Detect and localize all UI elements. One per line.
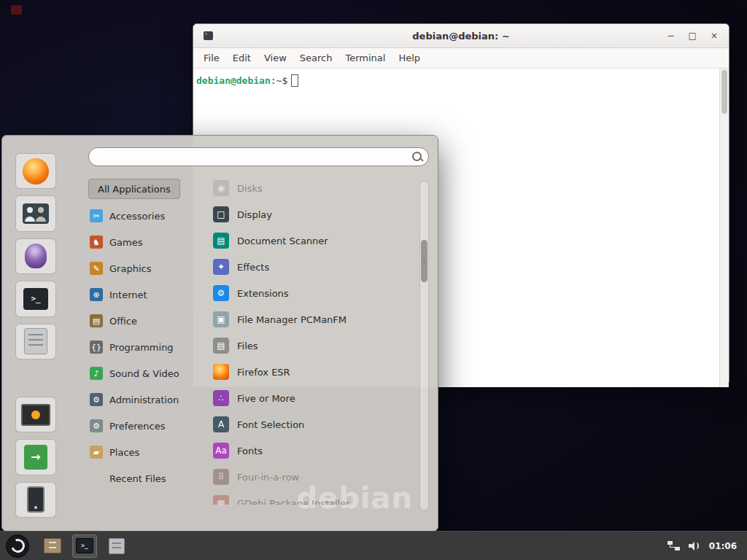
category-list: All Applications ✂ Accessories ♞ Games ✎… — [88, 175, 209, 531]
category-item[interactable]: ♪ Sound & Video — [88, 360, 209, 386]
application-label: Display — [237, 209, 272, 220]
category-item[interactable]: ⚙ Preferences — [88, 413, 209, 439]
category-label: Sound & Video — [109, 368, 179, 379]
application-menu: debian — [1, 135, 438, 532]
application-item[interactable]: Firefox ESR — [213, 359, 410, 385]
category-label: Recent Files — [109, 473, 166, 484]
favorite-terminal[interactable] — [15, 281, 56, 316]
category-label: All Applications — [98, 184, 171, 195]
application-label: Files — [237, 341, 258, 351]
application-item[interactable]: ◉ Disks — [213, 175, 410, 201]
terminal-icon — [23, 288, 48, 310]
window-title: debian@debian: ~ — [193, 31, 729, 42]
favorite-users[interactable] — [15, 195, 56, 231]
application-icon: ∴ — [213, 390, 229, 406]
application-label: Four-in-a-row — [237, 472, 299, 483]
category-item[interactable]: {} Programming — [88, 334, 209, 360]
menu-search-input[interactable] — [88, 147, 429, 166]
firefox-icon — [23, 158, 49, 184]
favorite-logout[interactable] — [15, 439, 56, 475]
application-label: Effects — [237, 262, 269, 273]
launcher-files[interactable] — [104, 534, 129, 558]
files-icon — [109, 538, 125, 554]
terminal-scrollbar-thumb[interactable] — [721, 70, 727, 114]
category-label: Graphics — [109, 263, 151, 274]
favorite-firefox[interactable] — [15, 153, 56, 189]
category-icon: ♞ — [90, 236, 103, 249]
application-label: Disks — [237, 183, 263, 194]
menubar-item[interactable]: View — [258, 50, 293, 66]
prompt-user-host: debian@debian — [196, 75, 271, 86]
menu-button[interactable] — [6, 534, 29, 558]
application-item[interactable]: ▤ Files — [213, 332, 410, 359]
volume-icon[interactable] — [689, 541, 700, 551]
category-item[interactable]: ▤ Office — [88, 308, 209, 334]
application-item[interactable]: ✦ Effects — [213, 254, 410, 280]
menubar-item[interactable]: Edit — [227, 50, 257, 66]
applications-list: ◉ Disks □ Display ▤ Document Scanner ✦ E… — [213, 175, 410, 505]
category-item[interactable]: Recent Files — [88, 465, 209, 491]
volume-wave-icon — [694, 542, 699, 549]
category-icon: ⚙ — [90, 393, 103, 406]
category-item[interactable]: ✂ Accessories — [88, 203, 209, 229]
network-icon[interactable] — [667, 541, 680, 551]
launcher-terminal[interactable] — [72, 534, 97, 558]
taskbar-clock[interactable]: 01:06 — [709, 541, 737, 551]
terminal-menubar: FileEditViewSearchTerminalHelp — [193, 48, 729, 69]
category-item[interactable]: ▰ Places — [88, 439, 209, 465]
category-icon: ⚙ — [90, 419, 103, 432]
menu-main-area: All Applications ✂ Accessories ♞ Games ✎… — [69, 136, 438, 531]
category-item[interactable]: ⊕ Internet — [88, 281, 209, 308]
category-item[interactable]: ⚙ Administration — [88, 386, 209, 413]
prompt-path: :~$ — [271, 75, 287, 86]
category-label: Programming — [109, 342, 174, 353]
application-label: Firefox ESR — [237, 367, 290, 378]
category-icon: ▤ — [90, 314, 103, 327]
application-item[interactable]: ⠿ Four-in-a-row — [213, 464, 410, 490]
favorites-column — [2, 136, 69, 531]
minimize-button[interactable]: − — [667, 31, 675, 40]
favorite-file-manager[interactable] — [15, 324, 56, 359]
terminal-scrollbar[interactable] — [719, 69, 729, 387]
system-tray: 01:06 — [667, 541, 743, 551]
terminal-window-icon — [204, 31, 213, 40]
category-icon: ▰ — [90, 446, 103, 459]
application-icon — [213, 364, 229, 380]
logout-icon — [24, 445, 47, 470]
file-manager-icon — [24, 328, 47, 354]
maximize-button[interactable]: □ — [689, 31, 697, 40]
application-item[interactable]: ▤ Document Scanner — [213, 228, 410, 254]
application-icon: ✦ — [213, 259, 229, 275]
power-icon — [27, 486, 44, 513]
terminal-titlebar[interactable]: debian@debian: ~ − □ × — [193, 24, 729, 48]
application-icon: A — [213, 416, 229, 432]
applications-pane: ◉ Disks □ Display ▤ Document Scanner ✦ E… — [213, 175, 429, 505]
menubar-item[interactable]: Search — [294, 50, 338, 66]
favorite-pidgin[interactable] — [15, 238, 56, 274]
menubar-item[interactable]: Terminal — [339, 50, 391, 66]
application-item[interactable]: ⚙ Extensions — [213, 280, 410, 306]
application-label: GDebi Package Installer — [237, 498, 350, 505]
menubar-item[interactable]: Help — [392, 50, 426, 66]
application-item[interactable]: Aa Fonts — [213, 438, 410, 464]
category-item[interactable]: ✎ Graphics — [88, 255, 209, 281]
application-icon: □ — [213, 206, 229, 222]
application-item[interactable]: ▣ File Manager PCManFM — [213, 306, 410, 332]
favorite-power[interactable] — [15, 482, 56, 518]
application-item[interactable]: ▦ GDebi Package Installer — [213, 490, 410, 505]
category-item[interactable]: ♞ Games — [88, 229, 209, 255]
close-button[interactable]: × — [711, 31, 718, 40]
category-icon: ✂ — [90, 209, 103, 222]
favorite-screensaver[interactable] — [15, 397, 56, 432]
application-icon: Aa — [213, 443, 229, 459]
desktop: { "terminal_window": { "title": "debian@… — [0, 0, 747, 560]
application-item[interactable]: ∴ Five or More — [213, 385, 410, 411]
application-item[interactable]: A Font Selection — [213, 411, 410, 438]
desktop-corner-icon — [11, 5, 22, 15]
application-label: Fonts — [237, 446, 263, 456]
menubar-item[interactable]: File — [198, 50, 225, 66]
application-item[interactable]: □ Display — [213, 201, 410, 228]
launcher-file-manager[interactable] — [40, 534, 65, 558]
category-label: Administration — [109, 394, 179, 405]
category-item[interactable]: All Applications — [88, 179, 180, 199]
